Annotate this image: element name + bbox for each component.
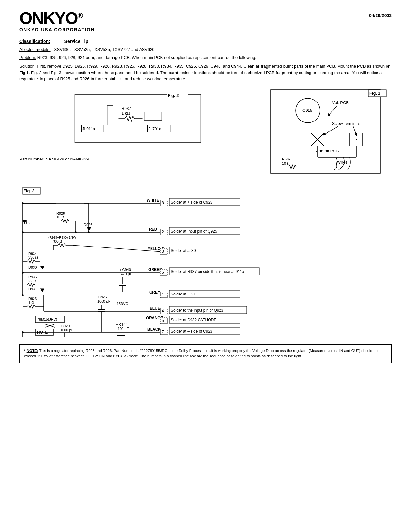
page-header: ONKYO® ONKYO USA CORPORATION 04/26/2003 xyxy=(19,10,392,32)
fig1-area: Fig. 1 C915 Vol. PCB Screw Terminals Add… xyxy=(269,88,392,179)
svg-text:8: 8 xyxy=(162,201,164,205)
svg-text:C925: C925 xyxy=(98,295,107,299)
svg-text:Solder at J530: Solder at J530 xyxy=(171,248,196,253)
fig2-diagram: Fig. 2 JL911a JL701a R937 1 kΩ xyxy=(19,88,259,152)
svg-text:R937: R937 xyxy=(122,106,131,111)
svg-text:BLACK: BLACK xyxy=(147,327,161,332)
svg-rect-12 xyxy=(144,112,162,120)
svg-text:7: 7 xyxy=(162,330,164,334)
svg-point-61 xyxy=(22,231,24,233)
svg-text:(R929+R930) 1/2W: (R929+R930) 1/2W xyxy=(48,236,76,239)
svg-text:+ C944: + C944 xyxy=(116,323,128,326)
svg-text:Vol.  PCB: Vol. PCB xyxy=(332,100,349,105)
svg-text:Screw Terminals: Screw Terminals xyxy=(332,121,360,126)
classification-value: Service Tip xyxy=(64,39,88,44)
note-star: * xyxy=(24,349,27,353)
svg-text:C915: C915 xyxy=(302,108,312,113)
svg-text:10 Ω: 10 Ω xyxy=(282,161,290,165)
svg-text:22 Ω: 22 Ω xyxy=(28,279,36,283)
svg-text:1000 pF: 1000 pF xyxy=(97,299,111,303)
svg-marker-84 xyxy=(40,266,44,269)
fig2-area: Fig. 2 JL911a JL701a R937 1 kΩ Part Numb… xyxy=(19,88,259,179)
svg-text:Solder at – side of C923: Solder at – side of C923 xyxy=(171,329,212,334)
date: 04/26/2003 xyxy=(369,13,392,18)
svg-text:Solder at D932 CATHODE: Solder at D932 CATHODE xyxy=(171,318,216,322)
svg-text:RED: RED xyxy=(149,227,157,232)
affected-models: Affected models: TXSV636, TXSV525, TXSV5… xyxy=(19,47,392,52)
logo-sub: ONKYO USA CORPORATION xyxy=(19,27,95,32)
svg-text:1 Ω: 1 Ω xyxy=(28,301,34,305)
svg-rect-11 xyxy=(107,106,113,125)
svg-text:Solder at Input pin of Q925: Solder at Input pin of Q925 xyxy=(171,229,217,234)
svg-line-21 xyxy=(324,126,338,135)
solution-para: Solution: First, remove D925, D926, R929… xyxy=(19,63,392,82)
svg-line-19 xyxy=(329,106,337,115)
svg-text:300 Ω: 300 Ω xyxy=(53,240,62,243)
svg-text:R928: R928 xyxy=(56,211,65,215)
svg-text:D926: D926 xyxy=(84,223,92,227)
svg-point-165 xyxy=(88,231,90,233)
svg-text:100 μF: 100 μF xyxy=(118,327,129,331)
svg-text:R935: R935 xyxy=(28,275,37,279)
note-body: This is a regulator replacing R925 and R… xyxy=(24,349,378,358)
svg-text:D931: D931 xyxy=(28,287,37,291)
svg-text:R934: R934 xyxy=(28,252,37,256)
part-number: Part Number: NANK428 or NANK429 xyxy=(19,157,259,161)
classification-line: Classification: Service Tip xyxy=(19,39,392,44)
problem-line: Problem: R923, 925, 926, 928, 924 burn, … xyxy=(19,55,392,60)
svg-text:6: 6 xyxy=(162,270,164,275)
svg-text:1: 1 xyxy=(162,293,164,297)
svg-text:470 μF: 470 μF xyxy=(121,272,132,276)
svg-marker-98 xyxy=(40,289,44,292)
svg-text:GREEN: GREEN xyxy=(148,267,162,272)
svg-text:Fig. 2: Fig. 2 xyxy=(168,93,179,98)
note-underline: NOTE: xyxy=(27,349,38,353)
svg-text:D930: D930 xyxy=(28,266,37,269)
svg-text:5: 5 xyxy=(162,318,164,323)
svg-point-107 xyxy=(22,294,24,296)
svg-text:BLUE: BLUE xyxy=(150,306,160,311)
logo-text: ONKYO® xyxy=(19,10,82,26)
svg-line-22 xyxy=(353,126,356,135)
svg-text:1000 pF: 1000 pF xyxy=(60,328,73,332)
svg-text:+ C940: + C940 xyxy=(119,268,131,272)
diagrams-row: Fig. 2 JL911a JL701a R937 1 kΩ Part Numb… xyxy=(19,88,392,179)
svg-text:WHITE: WHITE xyxy=(147,198,159,203)
svg-text:GREY: GREY xyxy=(149,290,160,295)
solution-label: Solution: xyxy=(19,64,36,69)
svg-text:Add on PCB: Add on PCB xyxy=(316,149,339,153)
classification-label: Classification: xyxy=(19,39,50,44)
logo-area: ONKYO® ONKYO USA CORPORATION xyxy=(19,10,95,32)
svg-text:Solder at J531: Solder at J531 xyxy=(171,292,196,296)
affected-models-label: Affected models: xyxy=(19,47,51,52)
svg-text:Solder at + side of C923: Solder at + side of C923 xyxy=(171,200,212,205)
svg-text:330 Ω: 330 Ω xyxy=(28,256,38,259)
affected-models-value: TXSV636, TXSV525, TXSV535, TXSV727 and A… xyxy=(52,47,154,52)
fig3-diagram: Fig. 3 WHITE 8 Solder at + side of C923 … xyxy=(19,186,392,337)
svg-text:Wires: Wires xyxy=(337,160,348,165)
svg-text:1 kΩ: 1 kΩ xyxy=(122,111,130,116)
svg-text:Solder at R937 on side that is: Solder at R937 on side that is near JL91… xyxy=(171,269,244,274)
solution-value: First, remove D925, D926, R929, R926, R9… xyxy=(19,64,390,81)
svg-point-87 xyxy=(22,272,24,274)
svg-text:Fig. 1: Fig. 1 xyxy=(369,91,380,96)
svg-text:Fig. 3: Fig. 3 xyxy=(24,189,34,193)
svg-text:C929: C929 xyxy=(61,324,70,328)
fig3-section: Fig. 3 WHITE 8 Solder at + side of C923 … xyxy=(19,186,392,338)
fig1-diagram: Fig. 1 C915 Vol. PCB Screw Terminals Add… xyxy=(269,88,392,178)
logo-main: ONKYO xyxy=(19,9,78,27)
problem-value: R923, 925, 926, 928, 924 burn, and damag… xyxy=(37,55,256,60)
svg-text:3: 3 xyxy=(162,249,164,254)
svg-text:15DVC: 15DVC xyxy=(117,302,128,305)
svg-text:2: 2 xyxy=(162,230,164,234)
svg-text:R923: R923 xyxy=(28,297,37,301)
svg-text:JL911a: JL911a xyxy=(83,127,95,131)
note-box: * NOTE: This is a regulator replacing R9… xyxy=(19,344,392,363)
svg-text:R567: R567 xyxy=(282,157,290,161)
svg-text:4: 4 xyxy=(162,309,164,313)
logo-reg: ® xyxy=(78,12,82,20)
svg-text:78M15(JRC): 78M15(JRC) xyxy=(37,317,57,321)
svg-text:18 Ω: 18 Ω xyxy=(56,215,64,219)
svg-text:Solder to the input pin of Q92: Solder to the input pin of Q923 xyxy=(171,308,223,313)
svg-marker-58 xyxy=(87,227,91,231)
